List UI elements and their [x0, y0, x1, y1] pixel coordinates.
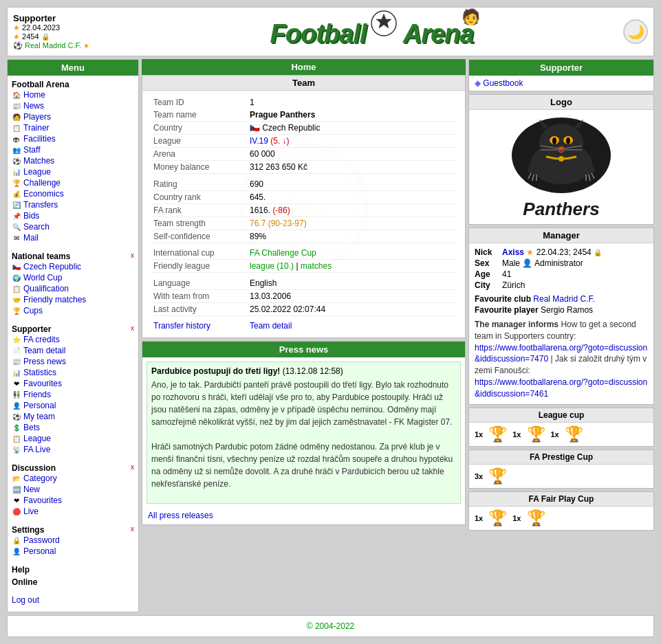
sidebar-item-mail[interactable]: ✉Mail [12, 232, 134, 243]
sidebar-item-trainer[interactable]: 📋Trainer [12, 122, 134, 133]
supporter-right-panel: Supporter ◆ Guestbook [468, 59, 654, 91]
transfer-history-label[interactable]: Transfer history [151, 320, 247, 332]
team-name-label: Team name [151, 109, 247, 122]
age-val: 41 [502, 269, 511, 279]
team-detail-val[interactable]: Team detail [247, 320, 457, 332]
team-panel: Team RM Team ID [142, 75, 466, 338]
sidebar-item-economics[interactable]: 💰Economics [12, 188, 134, 199]
guestbook-link[interactable]: Guestbook [483, 78, 523, 88]
discussion-close[interactable]: x [131, 463, 134, 471]
inform-label: The manager informs [475, 320, 559, 329]
fair-play-cup-header: FA Fair Play Cup [469, 492, 653, 507]
header-club[interactable]: ⚽ Real Madrid C.F. ★ [13, 41, 137, 50]
sidebar-item-news[interactable]: 📰News [12, 100, 134, 111]
rating-val: 690 [247, 178, 457, 191]
settings-close[interactable]: x [131, 525, 134, 533]
header-logo: Football Arena 🧑 [137, 15, 607, 49]
sidebar-item-disc-favourites[interactable]: ❤Favourites [12, 495, 134, 506]
right-sidebar: Supporter ◆ Guestbook Logo [468, 59, 654, 612]
footer: © 2004-2022 [7, 615, 654, 637]
sidebar-item-staff[interactable]: 👥Staff [12, 144, 134, 155]
league-cup-header: League cup [469, 408, 653, 423]
sidebar-item-challenge[interactable]: 🏆Challenge [12, 177, 134, 188]
sidebar-item-bids[interactable]: 📌Bids [12, 210, 134, 221]
sidebar-item-matches[interactable]: ⚽Matches [12, 155, 134, 166]
national-close[interactable]: x [131, 252, 134, 259]
press-item-body[interactable]: Ano, je to tak. Pardubičtí panteři právě… [151, 379, 456, 499]
sidebar-item-fa-live[interactable]: 📡FA Live [12, 444, 134, 455]
sidebar-item-home[interactable]: 🏠Home [12, 89, 134, 100]
table-row: League IV.19 (5. ↓) [151, 135, 457, 148]
sidebar-item-league[interactable]: 📊League [12, 166, 134, 177]
sidebar-item-team-detail[interactable]: 📄Team detail [12, 345, 134, 356]
sidebar-item-qualification[interactable]: 📋Qualification [12, 283, 134, 294]
sidebar-item-settings-personal[interactable]: 👤Personal [12, 546, 134, 557]
sidebar-item-personal[interactable]: 👤Personal [12, 400, 134, 411]
sidebar-item-search[interactable]: 🔍Search [12, 221, 134, 232]
sidebar-item-czech[interactable]: 🇨🇿Czech Republic [12, 261, 134, 272]
sidebar-section-settings: Settings x 🔒Password 👤Personal [8, 518, 138, 558]
sidebar-item-fa-credits[interactable]: ⭐FA credits [12, 334, 134, 345]
svg-point-27 [559, 156, 564, 162]
table-row: Transfer history Team detail [151, 320, 457, 332]
inform-link2[interactable]: https://www.footballarena.org/?goto=disc… [475, 377, 647, 399]
fair-play-cup-panel: FA Fair Play Cup 1x 🏆 1x 🏆 [468, 491, 654, 531]
team-id-val: 1 [247, 96, 457, 109]
fav-club-val[interactable]: Real Madrid C.F. [533, 294, 594, 304]
header-credits: ★ 2454 🔒 [13, 32, 137, 41]
last-activity-label: Last activity [151, 302, 247, 315]
sidebar-item-password[interactable]: 🔒Password [12, 535, 134, 546]
team-strength-val: 76.7 (90-23-97) [247, 216, 457, 230]
league-label: League [151, 135, 247, 148]
with-team-label: With team from [151, 289, 247, 302]
fav-player-val: Sergio Ramos [541, 305, 593, 315]
logout-link[interactable]: Log out [12, 595, 39, 605]
language-label: Language [151, 277, 247, 290]
sidebar-item-friendly[interactable]: 🤝Friendly matches [12, 294, 134, 305]
fp-gold-count: 1x [475, 514, 483, 522]
logo-panel: Logo [468, 94, 654, 225]
int-cup-val: FA Challenge Cup [247, 247, 457, 260]
table-row: Arena 60 000 [151, 148, 457, 161]
table-row: Country 🇨🇿 Czech Republic [151, 122, 457, 135]
lc-bronze-count: 1x [551, 430, 559, 438]
sidebar-item-facilities[interactable]: 🏟Facilities [12, 133, 134, 144]
sidebar-section-discussion: Discussion x 📂Category 🆕New ❤Favourites … [8, 456, 138, 518]
press-item: Pardubice postupují do třetí ligy! (13.1… [147, 362, 461, 504]
age-label: Age [475, 269, 499, 279]
sidebar-item-worldcup[interactable]: 🌍World Cup [12, 272, 134, 283]
sidebar-item-category[interactable]: 📂Category [12, 473, 134, 484]
league-val: IV.19 (5. ↓) [247, 135, 457, 148]
sidebar-online-title: Online [12, 577, 134, 587]
pc-gold-count: 3x [475, 472, 483, 480]
sidebar-item-cups[interactable]: 🏆Cups [12, 305, 134, 316]
sidebar-section-fa: Football Arena 🏠Home 📰News 🧑Players 📋Tra… [8, 76, 138, 245]
table-row: Country rank 645. [151, 190, 457, 203]
sidebar-item-my-team[interactable]: ⚽My team [12, 411, 134, 422]
sidebar-section-help: Help Online [8, 561, 138, 588]
table-row: Rating 690 [151, 178, 457, 191]
moon-icon[interactable]: 🌙 [623, 19, 648, 44]
table-row: Money balance 312 263 650 Kč [151, 161, 457, 174]
with-team-val: 13.03.2006 [247, 289, 457, 302]
sidebar-item-league2[interactable]: 📋League [12, 433, 134, 444]
sidebar-item-players[interactable]: 🧑Players [12, 111, 134, 122]
sidebar-item-new[interactable]: 🆕New [12, 484, 134, 495]
sidebar-item-friends[interactable]: 👫Friends [12, 389, 134, 400]
trophy-bronze-1: 🏆 [565, 425, 583, 443]
sidebar-item-statistics[interactable]: 📊Statistics [12, 367, 134, 378]
sidebar-item-transfers[interactable]: 🔄Transfers [12, 199, 134, 210]
country-val: 🇨🇿 Czech Republic [247, 122, 457, 135]
sidebar: Menu Football Arena 🏠Home 📰News 🧑Players… [7, 59, 139, 612]
supporter-close[interactable]: x [131, 324, 134, 332]
arena-val: 60 000 [247, 148, 457, 161]
manager-panel-body: Nick Axiss ★ 22.04.23; 2454 🔒 Sex Male 👤 [469, 243, 653, 404]
sidebar-item-press-news[interactable]: 📰Press news [12, 356, 134, 367]
trophy-silver-1: 🏆 [527, 425, 545, 443]
all-releases-link[interactable]: All press releases [142, 508, 465, 524]
lc-silver-count: 1x [512, 430, 521, 438]
logo-panel-body: Panthers [469, 110, 653, 224]
sidebar-item-live[interactable]: 🔴Live [12, 506, 134, 517]
sidebar-item-bets[interactable]: 💲Bets [12, 422, 134, 433]
sidebar-item-favourites[interactable]: ❤Favourites [12, 378, 134, 389]
